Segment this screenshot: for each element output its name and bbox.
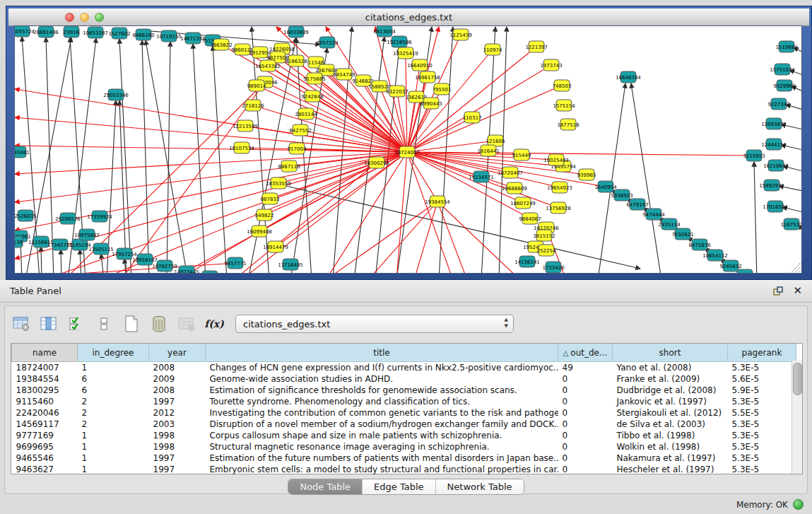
- graph-node[interactable]: 915449: [512, 149, 531, 160]
- table-row[interactable]: 1456911722003Disruption of a novel membe…: [12, 419, 796, 430]
- graph-node[interactable]: 24055724: [15, 26, 35, 37]
- table-cell[interactable]: 1: [78, 464, 149, 475]
- column-header-out_de[interactable]: △out_de...: [558, 344, 613, 362]
- graph-node[interactable]: 19218586: [387, 36, 412, 47]
- graph-node[interactable]: 8669: [202, 271, 218, 274]
- column-header-title[interactable]: title: [206, 344, 558, 362]
- table-row[interactable]: 946362711997Embryonic stem cells: a mode…: [12, 464, 796, 475]
- graph-node[interactable]: 17359924: [87, 211, 112, 222]
- table-row[interactable]: 977716911998Corpus callosum shape and si…: [12, 430, 796, 441]
- graph-node[interactable]: 9175685: [303, 73, 325, 84]
- network-table-select[interactable]: citations_edges.txt▲▼: [235, 315, 514, 333]
- graph-node[interactable]: 9329966: [773, 80, 796, 91]
- table-cell[interactable]: 0: [558, 385, 613, 396]
- table-row[interactable]: 2242004622012Investigating the contribut…: [12, 407, 796, 419]
- graph-node[interactable]: 1993481: [15, 146, 30, 158]
- table-settings-icon[interactable]: [12, 315, 30, 333]
- column-header-short[interactable]: short: [613, 344, 728, 362]
- table-cell[interactable]: 18300295: [12, 385, 78, 396]
- delete-table-icon[interactable]: [177, 315, 196, 333]
- graph-node[interactable]: 17016504: [763, 201, 788, 212]
- graph-node[interactable]: 6479197: [626, 199, 648, 210]
- table-cell[interactable]: 1997: [149, 464, 206, 475]
- table-cell[interactable]: 2: [78, 396, 149, 407]
- table-cell[interactable]: 22420046: [12, 407, 78, 419]
- graph-node[interactable]: 14136141: [514, 256, 540, 267]
- float-panel-icon[interactable]: [772, 286, 784, 297]
- table-cell[interactable]: 19384554: [12, 373, 78, 385]
- table-cell[interactable]: 0: [558, 373, 613, 385]
- graph-node[interactable]: 917004: [288, 143, 307, 154]
- table-cell[interactable]: 2012: [149, 407, 206, 419]
- table-cell[interactable]: Corpus callosum shape and size in male p…: [206, 430, 558, 441]
- table-cell[interactable]: 5.3E-5: [728, 441, 796, 452]
- graph-node[interactable]: 7632621: [671, 228, 693, 240]
- table-cell[interactable]: 2: [78, 407, 149, 419]
- table-cell[interactable]: Franke et al. (2009): [613, 373, 728, 385]
- function-builder-icon[interactable]: f(x): [205, 315, 223, 333]
- graph-node[interactable]: 20691406: [33, 26, 59, 37]
- table-row[interactable]: 1830029562008Estimation of significance …: [12, 385, 796, 396]
- table-cell[interactable]: 1998: [149, 430, 206, 441]
- graph-node[interactable]: 23916: [64, 26, 80, 37]
- window-titlebar[interactable]: citations_edges.txt: [8, 8, 809, 26]
- graph-node[interactable]: 939965: [577, 169, 596, 180]
- graph-node[interactable]: 8427552: [289, 124, 311, 136]
- table-cell[interactable]: Investigating the contribution of common…: [206, 407, 558, 419]
- attribute-table[interactable]: namein_degreeyeartitle△out_de...shortpag…: [11, 344, 796, 475]
- graph-node[interactable]: 1973743: [540, 59, 562, 71]
- citation-network-graph[interactable]: 2405572420691406239161065328715276028466…: [15, 26, 802, 274]
- close-panel-icon[interactable]: ✕: [793, 284, 802, 297]
- table-column-icon[interactable]: [40, 315, 58, 333]
- table-cell[interactable]: 1: [78, 430, 149, 441]
- table-row[interactable]: 911546021997Tourette syndrome. Phenomeno…: [12, 396, 796, 407]
- graph-node[interactable]: 1733426: [542, 262, 565, 273]
- graph-node[interactable]: 1527602: [108, 28, 130, 39]
- table-cell[interactable]: 0: [558, 452, 613, 464]
- graph-node[interactable]: 8466160: [132, 29, 154, 40]
- tab-edge-table[interactable]: Edge Table: [363, 479, 435, 494]
- table-cell[interactable]: Tibbo et al. (1998): [613, 430, 728, 441]
- graph-node[interactable]: 20206576: [55, 213, 81, 224]
- network-canvas[interactable]: 2405572420691406239161065328715276028466…: [14, 25, 802, 274]
- graph-node[interactable]: 1640954: [594, 181, 617, 192]
- new-table-icon[interactable]: [122, 315, 141, 333]
- table-cell[interactable]: 6: [78, 385, 149, 396]
- table-cell[interactable]: 5.3E-5: [728, 464, 796, 475]
- table-cell[interactable]: 9699695: [12, 441, 78, 452]
- graph-node[interactable]: 795501: [433, 83, 452, 95]
- table-cell[interactable]: 5.3E-5: [728, 396, 796, 407]
- table-cell[interactable]: 9115460: [12, 396, 78, 407]
- table-cell[interactable]: 5.5E-5: [728, 407, 796, 419]
- table-cell[interactable]: 2008: [149, 362, 206, 374]
- delete-rows-icon[interactable]: [150, 315, 168, 333]
- column-header-name[interactable]: name: [12, 344, 78, 362]
- table-cell[interactable]: 49: [558, 362, 613, 374]
- table-cell[interactable]: 0: [558, 430, 613, 441]
- table-cell[interactable]: 14569117: [12, 419, 78, 430]
- table-cell[interactable]: 2008: [149, 385, 206, 396]
- table-scrollbar[interactable]: [792, 361, 802, 474]
- table-cell[interactable]: 1: [78, 441, 149, 452]
- table-cell[interactable]: 1: [78, 362, 149, 374]
- graph-node[interactable]: 8813054: [373, 26, 396, 37]
- table-cell[interactable]: Wolkin et al. (1998): [613, 441, 728, 452]
- graph-node[interactable]: 2803144: [295, 108, 317, 119]
- graph-node[interactable]: 110974: [483, 44, 502, 55]
- table-cell[interactable]: 0: [558, 396, 613, 407]
- graph-node[interactable]: 8186328: [285, 55, 307, 66]
- graph-node[interactable]: 13716485: [278, 259, 303, 270]
- tab-node-table[interactable]: Node Table: [288, 479, 363, 494]
- graph-node[interactable]: 8990443: [420, 98, 442, 109]
- graph-node[interactable]: 1510684: [775, 41, 798, 52]
- graph-node[interactable]: 1125439: [449, 29, 471, 40]
- graph-node[interactable]: 110317: [463, 112, 482, 123]
- graph-node[interactable]: 1877516: [557, 119, 579, 130]
- graph-node[interactable]: 19384554: [425, 196, 450, 207]
- graph-node[interactable]: 10653287: [83, 27, 108, 38]
- graph-node[interactable]: 3215953: [743, 150, 765, 161]
- graph-node[interactable]: 887833: [261, 193, 280, 204]
- graph-node[interactable]: 16648784: [616, 71, 641, 83]
- graph-node[interactable]: 8867110: [278, 160, 300, 172]
- column-header-in_degree[interactable]: in_degree: [78, 344, 149, 362]
